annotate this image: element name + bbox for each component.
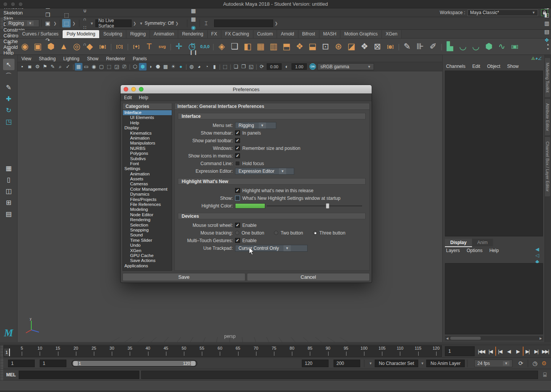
save-scene-icon[interactable]: ▣: [44, 19, 52, 27]
layer-menu-item[interactable]: Layers: [443, 248, 463, 253]
scroll-thumb[interactable]: [450, 337, 481, 340]
expression-editor-dropdown[interactable]: Expression Editor ▼: [235, 168, 294, 175]
layer-menu-item[interactable]: Help: [486, 248, 502, 253]
edit-point-icon[interactable]: ⊪: [414, 40, 427, 53]
paint-grid-layout-icon[interactable]: ▦: [3, 162, 14, 174]
workspace-dropdown[interactable]: Maya Classic* ▼: [467, 10, 538, 16]
script-editor-icon[interactable]: ⌸: [540, 371, 549, 379]
drag-handle[interactable]: [0, 358, 3, 369]
quad-draw-icon[interactable]: ▦: [254, 40, 267, 53]
select-tool-icon[interactable]: ↖: [3, 59, 14, 70]
category-item[interactable]: Interface: [123, 110, 172, 115]
speed-dial-icon[interactable]: ◕: [535, 56, 538, 61]
image-plane-icon[interactable]: ✎: [49, 63, 56, 71]
category-item[interactable]: Font: [123, 161, 172, 166]
shelf-tab[interactable]: MASH: [319, 30, 341, 38]
poly-plane-icon[interactable]: ◆: [83, 40, 96, 53]
multitouch-checkbox[interactable]: ✓: [235, 238, 240, 243]
move-layer-up-icon[interactable]: ◀: [534, 246, 541, 252]
shelf-tab[interactable]: Bifrost: [298, 30, 319, 38]
chevron-down-icon[interactable]: ▼: [90, 21, 94, 26]
construction-plane-icon[interactable]: ✛: [172, 40, 185, 53]
film-gate-icon[interactable]: ▭: [82, 63, 90, 71]
collapse-arrow-icon[interactable]: ❯: [175, 21, 178, 26]
auto-key-clock-icon[interactable]: ◷: [530, 359, 540, 368]
time-node-icon[interactable]: ◷: [185, 40, 198, 53]
poly-sphere-icon[interactable]: ◉: [18, 40, 31, 53]
playback-start-field[interactable]: 1: [40, 360, 66, 367]
trackpad-dropdown[interactable]: Cursor Control Only ▼: [235, 245, 308, 252]
panel-menu-item[interactable]: Renderer: [102, 56, 129, 61]
shelf-tab[interactable]: Motion Graphics: [340, 30, 382, 38]
scroll-left-icon[interactable]: ◀: [445, 337, 450, 340]
layer-menu-item[interactable]: Options: [463, 248, 486, 253]
channel-box-menu-item[interactable]: Channels: [443, 64, 469, 69]
hold-focus-checkbox[interactable]: [235, 161, 240, 166]
lattice-icon[interactable]: ⊠: [371, 40, 384, 53]
animation-preferences-icon[interactable]: ⚙: [540, 359, 549, 368]
animation-end-field[interactable]: 200: [334, 360, 360, 367]
category-item[interactable]: Display: [123, 125, 172, 130]
uv-cube-icon[interactable]: ⬢: [482, 40, 495, 53]
panel-menu-item[interactable]: Show: [83, 56, 102, 61]
character-set-dropdown[interactable]: No Character Set: [375, 360, 419, 367]
poly-cube-icon[interactable]: ▣: [31, 40, 44, 53]
category-item[interactable]: Polygons: [123, 151, 172, 156]
uv-cut-icon[interactable]: ▙: [443, 40, 456, 53]
playback-end-field[interactable]: 120: [302, 360, 329, 367]
drag-handle[interactable]: [0, 369, 3, 380]
grease-pencil-icon[interactable]: ✓: [64, 63, 72, 71]
shelf-tab[interactable]: Animation: [150, 30, 178, 38]
layer-editor-tab[interactable]: Display: [445, 239, 472, 247]
current-time-field[interactable]: 1: [445, 346, 475, 356]
gate-mask-icon[interactable]: ▢: [98, 63, 105, 71]
collapse-arrow-icon[interactable]: ❯: [133, 21, 136, 26]
panel-menu-item[interactable]: View: [18, 56, 35, 61]
category-item[interactable]: UI Elements: [123, 115, 172, 120]
whats-new-startup-checkbox[interactable]: [235, 196, 240, 201]
menu-set-pref-dropdown[interactable]: Rigging ▼: [235, 122, 276, 129]
exposure-field[interactable]: 0.00: [267, 63, 282, 70]
anim-layer-dropdown[interactable]: No Anim Layer: [426, 360, 465, 367]
go-to-end-button[interactable]: ▶▶|: [541, 347, 549, 356]
category-item[interactable]: Applications: [123, 263, 172, 268]
depth-peel-icon[interactable]: ▮: [211, 63, 218, 71]
category-item[interactable]: Assets: [123, 177, 172, 182]
anti-alias-icon[interactable]: ◔: [203, 63, 211, 71]
category-item[interactable]: Manipulators: [123, 141, 172, 146]
remember-size-checkbox[interactable]: ✓: [235, 146, 240, 151]
select-hierarchy-icon[interactable]: ⬚: [62, 11, 71, 19]
multi-cut-icon[interactable]: ❏: [228, 40, 241, 53]
slider-handle[interactable]: [326, 203, 329, 209]
select-object-icon[interactable]: ⬚: [62, 19, 71, 27]
drag-handle[interactable]: [0, 345, 3, 357]
chevron-down-icon[interactable]: ▼: [369, 361, 372, 365]
2d-pan-zoom-icon[interactable]: ⌕: [56, 63, 64, 71]
save-button[interactable]: Save: [122, 273, 245, 281]
two-button-radio[interactable]: [274, 231, 278, 235]
camera-select-icon[interactable]: ▪: [18, 63, 26, 71]
svg-tool-icon[interactable]: svg: [156, 40, 169, 53]
category-item[interactable]: Animation: [123, 172, 172, 177]
range-end-handle[interactable]: [191, 361, 195, 366]
lock-camera-icon[interactable]: ◙: [26, 63, 34, 71]
three-button-radio[interactable]: [313, 231, 317, 235]
tab-channel-box-layer-editor[interactable]: Channel Box / Layer Editor: [545, 137, 550, 196]
tab-modeling-toolkit[interactable]: Modeling Toolkit: [545, 58, 550, 97]
chevron-down-icon[interactable]: ▼: [420, 361, 424, 365]
single-pane-layout-icon[interactable]: ▯: [3, 174, 14, 185]
horizontal-scrollbar[interactable]: ◀ ▶: [445, 336, 543, 341]
category-item[interactable]: XGen: [123, 248, 172, 253]
step-forward-frame-button[interactable]: ▶|: [532, 347, 540, 356]
platonic-solid-icon[interactable]: [⬡]: [113, 40, 126, 53]
lasso-tool-icon[interactable]: ⌒: [3, 70, 14, 82]
channel-box-toggle-icon[interactable]: ▥: [543, 19, 551, 27]
category-item[interactable]: Color Management: [123, 187, 172, 192]
category-item[interactable]: Save Actions: [123, 258, 172, 263]
range-bar[interactable]: 1 120: [72, 361, 196, 366]
range-slider[interactable]: 1 120: [71, 360, 197, 367]
wedge-icon[interactable]: ◪: [345, 40, 358, 53]
checker-icon[interactable]: ▩: [162, 63, 169, 71]
quick-input-field[interactable]: [214, 19, 273, 27]
shelf-tab[interactable]: Rigging: [126, 30, 150, 38]
